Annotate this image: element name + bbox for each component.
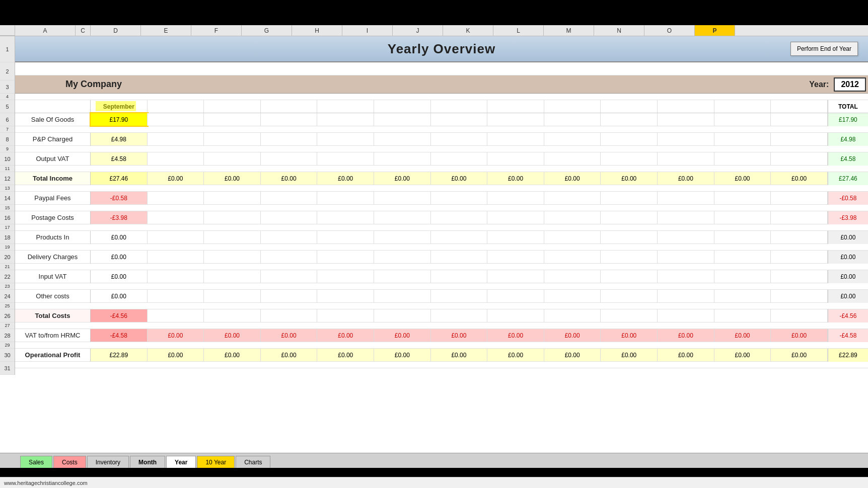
- cell-delivery-sep[interactable]: £0.00: [91, 251, 148, 263]
- cell-other-10: [601, 290, 658, 302]
- total-paypal: -£0.58: [828, 192, 868, 205]
- cell-tcosts-sep[interactable]: -£4.56: [91, 309, 148, 322]
- cell-delivery-9: [544, 251, 601, 263]
- row-input-vat: Input VAT £0.00 £0.00: [15, 270, 868, 283]
- cell-other-6: [374, 290, 431, 302]
- col-O: O: [644, 25, 695, 36]
- cell-tincome-sep[interactable]: £27.46: [91, 172, 148, 185]
- cell-prodin-2: [148, 231, 204, 243]
- cell-tincome-13: £0.00: [771, 172, 828, 185]
- cell-postage-7: [431, 211, 488, 224]
- month-label-spacer: [15, 100, 91, 113]
- cell-paypal-5: [317, 192, 374, 204]
- cell-paypal-13: [771, 192, 828, 204]
- cell-postage-10: [601, 211, 658, 224]
- cell-sale-6: [374, 113, 431, 126]
- cell-ovat-sep[interactable]: £4.58: [91, 152, 148, 165]
- cell-postage-12: [714, 211, 771, 224]
- cell-ivat-sep[interactable]: £0.00: [91, 270, 148, 283]
- tab-month[interactable]: Month: [130, 456, 165, 468]
- cell-vat-8: £0.00: [487, 329, 544, 342]
- label-output-vat: Output VAT: [15, 152, 91, 166]
- cell-tcosts-5: [317, 309, 374, 322]
- sep-row-15: [15, 205, 868, 211]
- cell-postage-6: [374, 211, 431, 224]
- cell-tcosts-3: [204, 309, 261, 322]
- col-A: A: [15, 25, 76, 36]
- cell-delivery-11: [658, 251, 714, 263]
- cell-prodin-7: [431, 231, 488, 243]
- cell-ovat-2: [148, 152, 204, 165]
- sep-row-7: [15, 126, 868, 133]
- cell-other-sep[interactable]: £0.00: [91, 290, 148, 302]
- month-header-row: September TOTAL: [15, 100, 868, 113]
- row-vat-hrmc: VAT to/from HRMC -£4.58 £0.00 £0.00 £0.0…: [15, 329, 868, 342]
- label-vat-hrmc: VAT to/from HRMC: [15, 329, 91, 342]
- blank-row-2: [15, 62, 868, 75]
- tab-year[interactable]: Year: [166, 456, 196, 468]
- cell-profit-6: £0.00: [374, 349, 431, 361]
- col-F: F: [191, 25, 242, 36]
- cell-sale-sep[interactable]: £17.90: [91, 113, 148, 126]
- cell-ovat-13: [771, 152, 828, 165]
- tab-charts[interactable]: Charts: [236, 456, 270, 468]
- cell-tcosts-9: [544, 309, 601, 322]
- tab-sales[interactable]: Sales: [20, 456, 52, 468]
- cell-vat-2: £0.00: [148, 329, 204, 342]
- col-N: N: [594, 25, 644, 36]
- total-vat: -£4.58: [828, 329, 868, 342]
- tab-inventory[interactable]: Inventory: [87, 456, 129, 468]
- perform-end-of-year-button[interactable]: Perform End of Year: [790, 42, 858, 56]
- sep-row-19: [15, 244, 868, 251]
- cell-ovat-9: [544, 152, 601, 165]
- tab-10year[interactable]: 10 Year: [197, 456, 235, 468]
- cell-pp-3: [204, 133, 261, 145]
- cell-vat-sep[interactable]: -£4.58: [91, 329, 148, 342]
- cell-pp-11: [658, 133, 714, 145]
- cell-sale-3: [204, 113, 261, 126]
- company-name: My Company: [15, 79, 809, 90]
- total-tcosts: -£4.56: [828, 309, 868, 322]
- cell-sale-7: [431, 113, 488, 126]
- label-input-vat: Input VAT: [15, 270, 91, 283]
- cell-postage-sep[interactable]: -£3.98: [91, 211, 148, 224]
- cell-ivat-10: [601, 270, 658, 283]
- cell-profit-sep[interactable]: £22.89: [91, 349, 148, 361]
- cell-other-12: [714, 290, 771, 302]
- col-L: L: [493, 25, 544, 36]
- sep-row-21: [15, 264, 868, 270]
- cell-tincome-11: £0.00: [658, 172, 714, 185]
- cell-vat-5: £0.00: [317, 329, 374, 342]
- grid-area: Yearly Overview Perform End of Year My C…: [15, 36, 868, 375]
- cell-pp-5: [317, 133, 374, 145]
- cell-tcosts-11: [658, 309, 714, 322]
- cell-pp-sep[interactable]: £4.98: [91, 133, 148, 145]
- cell-postage-5: [317, 211, 374, 224]
- cell-postage-2: [148, 211, 204, 224]
- cell-profit-7: £0.00: [431, 349, 488, 361]
- tab-costs[interactable]: Costs: [53, 456, 86, 468]
- total-ovat: £4.58: [828, 152, 868, 166]
- status-url: www.heritagechristiancollege.com: [4, 480, 88, 486]
- cell-profit-8: £0.00: [487, 349, 544, 361]
- row-operational-profit: Operational Profit £22.89 £0.00 £0.00 £0…: [15, 349, 868, 362]
- total-prodin: £0.00: [828, 231, 868, 244]
- cell-ovat-3: [204, 152, 261, 165]
- cell-ovat-5: [317, 152, 374, 165]
- cell-tincome-12: £0.00: [714, 172, 771, 185]
- row-products-in: Products In £0.00 £0.00: [15, 231, 868, 244]
- col-I: I: [342, 25, 393, 36]
- cell-prodin-sep[interactable]: £0.00: [91, 231, 148, 243]
- label-total-income: Total Income: [15, 172, 91, 185]
- cell-profit-10: £0.00: [601, 349, 658, 361]
- cell-prodin-4: [261, 231, 318, 243]
- cell-tincome-6: £0.00: [374, 172, 431, 185]
- cell-ovat-8: [487, 152, 544, 165]
- cell-postage-8: [487, 211, 544, 224]
- cell-paypal-sep[interactable]: -£0.58: [91, 192, 148, 204]
- cell-ivat-8: [487, 270, 544, 283]
- cell-ivat-9: [544, 270, 601, 283]
- cell-pp-2: [148, 133, 204, 145]
- cell-delivery-7: [431, 251, 488, 263]
- cell-postage-4: [261, 211, 318, 224]
